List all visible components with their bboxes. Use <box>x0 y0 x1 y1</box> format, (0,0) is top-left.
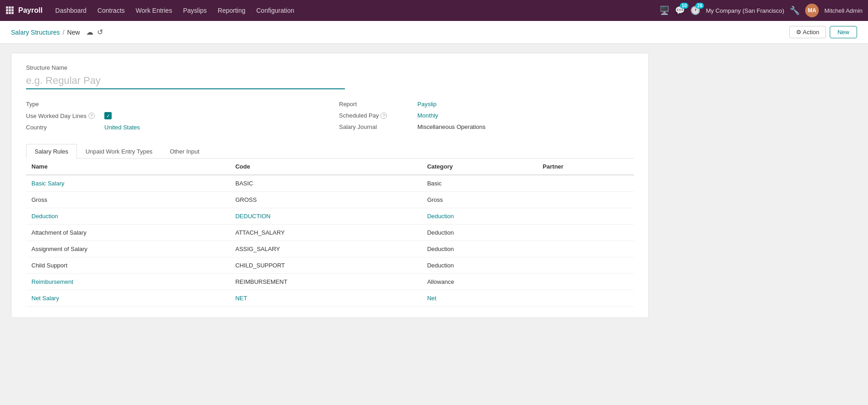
report-value[interactable]: Payslip <box>417 101 437 108</box>
scheduled-pay-row: Scheduled Pay ? Monthly <box>339 110 634 121</box>
nav-reporting[interactable]: Reporting <box>213 5 250 16</box>
cell-name: Attachment of Salary <box>26 225 230 241</box>
salary-journal-label: Salary Journal <box>339 123 412 130</box>
salary-journal-row: Salary Journal Miscellaneous Operations <box>339 121 634 133</box>
svg-rect-1 <box>9 6 11 9</box>
cell-category[interactable]: Deduction <box>421 208 537 225</box>
updates-icon[interactable]: 🕐 28 <box>690 5 700 15</box>
messages-badge: 10 <box>680 3 688 9</box>
cell-partner <box>537 274 634 290</box>
cell-code[interactable]: DEDUCTION <box>230 208 421 225</box>
updates-badge: 28 <box>695 3 704 9</box>
svg-rect-7 <box>9 12 11 14</box>
cloud-upload-icon[interactable]: ☁ <box>86 28 93 36</box>
worked-day-help-icon[interactable]: ? <box>88 113 95 119</box>
type-label: Type <box>26 101 99 108</box>
cell-partner <box>537 290 634 307</box>
report-label: Report <box>339 101 412 108</box>
nav-configuration[interactable]: Configuration <box>252 5 299 16</box>
nav-payslips[interactable]: Payslips <box>179 5 211 16</box>
avatar[interactable]: MA <box>805 4 819 17</box>
settings-icon[interactable]: 🔧 <box>790 5 800 15</box>
breadcrumb: Salary Structures / New ☁ ↺ <box>11 28 789 36</box>
country-label: Country <box>26 124 99 131</box>
cell-partner <box>537 208 634 225</box>
cell-code: ATTACH_SALARY <box>230 225 421 241</box>
user-name[interactable]: Mitchell Admin <box>824 7 863 14</box>
app-name: Payroll <box>18 6 42 15</box>
structure-name-section: Structure Name <box>26 64 634 89</box>
cell-name: Child Support <box>26 257 230 274</box>
cell-code: REIMBURSEMENT <box>230 274 421 290</box>
nav-links: Dashboard Contracts Work Entries Payslip… <box>51 5 659 16</box>
table-header-row: Name Code Category Partner <box>26 159 634 175</box>
cell-partner <box>537 257 634 274</box>
breadcrumb-icons: ☁ ↺ <box>86 28 103 36</box>
nav-dashboard[interactable]: Dashboard <box>51 5 91 16</box>
new-button[interactable]: New <box>830 26 857 38</box>
table-row: Deduction DEDUCTION Deduction <box>26 208 634 225</box>
topnav-right: 🖥️ 💬 10 🕐 28 My Company (San Francisco) … <box>659 4 863 17</box>
action-button[interactable]: ⚙ Action <box>789 26 826 38</box>
cell-category: Gross <box>421 192 537 208</box>
table-row: Basic Salary BASIC Basic <box>26 175 634 192</box>
cell-code: ASSIG_SALARY <box>230 241 421 257</box>
scheduled-pay-value[interactable]: Monthly <box>417 112 438 119</box>
scheduled-pay-help-icon[interactable]: ? <box>380 113 387 119</box>
salary-journal-value[interactable]: Miscellaneous Operations <box>417 123 486 130</box>
discard-icon[interactable]: ↺ <box>97 28 103 36</box>
salary-rules-table: Name Code Category Partner Basic Salary … <box>26 159 634 307</box>
cell-partner <box>537 225 634 241</box>
breadcrumb-separator: / <box>62 29 64 36</box>
country-row: Country United States <box>26 122 321 133</box>
cell-partner <box>537 241 634 257</box>
worked-day-lines-checkbox[interactable]: ✓ <box>104 112 112 119</box>
top-navigation: Payroll Dashboard Contracts Work Entries… <box>0 0 868 21</box>
col-header-name: Name <box>26 159 230 175</box>
tabs-section: Salary Rules Unpaid Work Entry Types Oth… <box>26 144 634 307</box>
cell-name: Gross <box>26 192 230 208</box>
form-left-col: Type Use Worked Day Lines ? ✓ Country Un… <box>26 98 321 133</box>
structure-name-input[interactable] <box>26 73 345 89</box>
cell-name[interactable]: Basic Salary <box>26 175 230 192</box>
col-header-partner: Partner <box>537 159 634 175</box>
cell-category[interactable]: Net <box>421 290 537 307</box>
cell-name[interactable]: Deduction <box>26 208 230 225</box>
table-row: Net Salary NET Net <box>26 290 634 307</box>
breadcrumb-current: New <box>67 29 80 36</box>
grid-icon[interactable] <box>5 6 14 15</box>
cell-name[interactable]: Reimbursement <box>26 274 230 290</box>
cell-partner <box>537 192 634 208</box>
svg-rect-8 <box>11 12 14 14</box>
table-row: Assignment of Salary ASSIG_SALARY Deduct… <box>26 241 634 257</box>
tab-other-input[interactable]: Other Input <box>161 144 208 159</box>
worked-day-lines-label: Use Worked Day Lines ? <box>26 113 99 119</box>
messages-icon[interactable]: 💬 10 <box>675 5 685 15</box>
support-icon[interactable]: 🖥️ <box>659 5 669 15</box>
nav-work-entries[interactable]: Work Entries <box>131 5 177 16</box>
breadcrumb-actions: ⚙ Action New <box>789 26 857 38</box>
cell-partner <box>537 175 634 192</box>
company-name[interactable]: My Company (San Francisco) <box>706 7 784 14</box>
cell-code: GROSS <box>230 192 421 208</box>
cell-code[interactable]: NET <box>230 290 421 307</box>
table-row: Gross GROSS Gross <box>26 192 634 208</box>
table-row: Attachment of Salary ATTACH_SALARY Deduc… <box>26 225 634 241</box>
worked-day-lines-row: Use Worked Day Lines ? ✓ <box>26 110 321 122</box>
col-header-category: Category <box>421 159 537 175</box>
report-row: Report Payslip <box>339 98 634 110</box>
svg-rect-2 <box>11 6 14 9</box>
tab-salary-rules[interactable]: Salary Rules <box>26 144 77 159</box>
country-value[interactable]: United States <box>104 124 140 131</box>
cell-category: Deduction <box>421 241 537 257</box>
breadcrumb-parent[interactable]: Salary Structures <box>11 29 60 36</box>
svg-rect-4 <box>9 9 11 11</box>
tab-unpaid-work-entry-types[interactable]: Unpaid Work Entry Types <box>77 144 161 159</box>
cell-name[interactable]: Net Salary <box>26 290 230 307</box>
cell-name: Assignment of Salary <box>26 241 230 257</box>
main-content: Structure Name Type Use Worked Day Lines… <box>0 44 868 405</box>
svg-rect-6 <box>6 12 8 14</box>
scheduled-pay-label: Scheduled Pay ? <box>339 112 412 119</box>
cell-code: CHILD_SUPPORT <box>230 257 421 274</box>
nav-contracts[interactable]: Contracts <box>93 5 129 16</box>
